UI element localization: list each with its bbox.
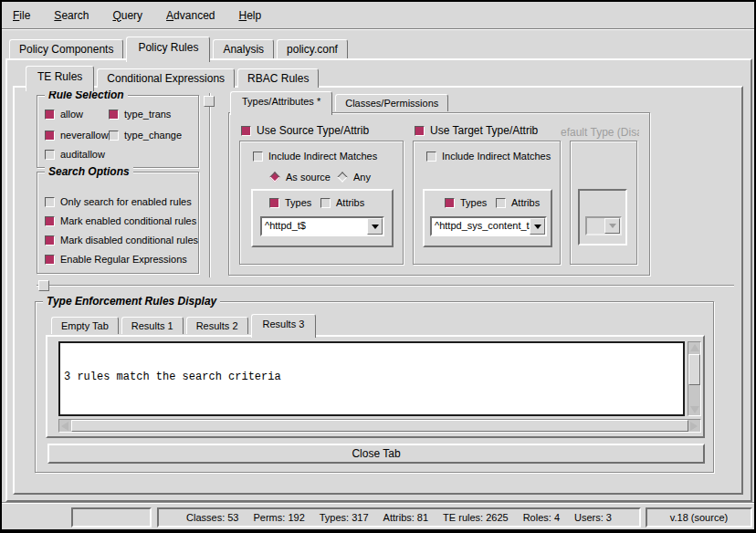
tab-results-1[interactable]: Results 1	[121, 317, 184, 334]
menu-bar: File Search Query Advanced Help	[2, 2, 754, 29]
checkbox-label: Types	[460, 197, 487, 208]
results-text-area[interactable]: 3 rules match the search criteria (5822)…	[58, 341, 685, 416]
rule-selection-group: Rule Selection allow type_trans neverall…	[37, 95, 199, 168]
checkbox-mark-disabled[interactable]: Mark disabled conditional rules	[45, 235, 198, 246]
radio-as-source[interactable]: As source	[269, 172, 331, 183]
radio-indicator	[269, 172, 279, 182]
types-attrs-tab-bar: Types/Attributes * Classes/Permissions	[230, 91, 451, 115]
menu-query[interactable]: Query	[112, 9, 142, 22]
scrollbar-trough[interactable]	[688, 385, 700, 403]
horizontal-sash[interactable]	[37, 285, 734, 287]
checkbox-enabled-rules-only[interactable]: Only search for enabled rules	[45, 196, 192, 207]
checkbox-label: type_trans	[124, 109, 171, 120]
tab-types-attributes[interactable]: Types/Attributes *	[230, 91, 332, 115]
scroll-left-button[interactable]	[59, 420, 71, 432]
status-users: Users: 3	[574, 512, 612, 523]
tab-empty-tab[interactable]: Empty Tab	[51, 317, 119, 334]
checkbox-regex[interactable]: Enable Regular Expressions	[45, 254, 187, 265]
checkbox-use-source[interactable]: Use Source Type/Attrib	[241, 124, 369, 137]
checkbox-label: neverallow	[60, 130, 109, 141]
checkbox-mark-enabled[interactable]: Mark enabled conditional rules	[45, 215, 196, 226]
checkbox-indicator	[241, 126, 251, 136]
target-type-combobox-value[interactable]: ^httpd_sys_content_t$	[432, 218, 530, 235]
radio-indicator	[337, 172, 347, 182]
checkbox-allow[interactable]: allow	[45, 109, 83, 120]
radio-any[interactable]: Any	[337, 172, 371, 183]
target-types-frame: Types Attribs ^httpd_sys_content_t$	[423, 189, 552, 247]
target-frame: Include Indirect Matches Types Attribs ^…	[413, 141, 561, 265]
checkbox-use-target[interactable]: Use Target Type/Attrib	[415, 124, 538, 137]
checkbox-indicator	[445, 198, 455, 208]
checkbox-label: auditallow	[60, 149, 105, 160]
menu-help[interactable]: Help	[238, 9, 261, 22]
checkbox-type-trans[interactable]: type_trans	[109, 109, 171, 120]
checkbox-indicator	[45, 150, 55, 160]
scroll-up-button[interactable]	[688, 342, 700, 354]
chevron-down-icon	[609, 224, 616, 228]
checkbox-label: Only search for enabled rules	[60, 196, 192, 207]
tab-policy-components[interactable]: Policy Components	[9, 39, 123, 58]
search-options-title: Search Options	[45, 165, 133, 178]
source-type-combobox-value[interactable]: ^httpd_t$	[262, 218, 367, 235]
arrow-left-icon	[61, 422, 68, 431]
horizontal-sash-handle[interactable]	[38, 280, 49, 291]
target-type-combobox[interactable]: ^httpd_sys_content_t$	[430, 216, 547, 236]
checkbox-source-attribs[interactable]: Attribs	[320, 197, 364, 208]
menu-search[interactable]: Search	[54, 9, 89, 22]
checkbox-indicator	[109, 110, 119, 120]
checkbox-indicator	[269, 198, 279, 208]
checkbox-indicator	[253, 152, 263, 162]
vertical-sash[interactable]	[209, 93, 211, 277]
checkbox-label: allow	[60, 109, 83, 120]
status-separator	[2, 502, 754, 504]
default-type-inner-frame	[578, 189, 627, 246]
status-classes: Classes: 53	[186, 512, 238, 523]
checkbox-source-indirect[interactable]: Include Indirect Matches	[253, 151, 377, 162]
checkbox-indicator	[45, 235, 55, 246]
tab-classes-permissions[interactable]: Classes/Permissions	[335, 94, 448, 111]
tab-te-rules[interactable]: TE Rules	[26, 66, 94, 91]
checkbox-target-types[interactable]: Types	[445, 197, 487, 208]
main-tab-bar: Policy Components Policy Rules Analysis …	[9, 37, 351, 62]
results-summary: 3 rules match the search criteria	[64, 371, 679, 383]
menu-advanced[interactable]: Advanced	[166, 9, 215, 22]
tab-policy-conf[interactable]: policy.conf	[277, 39, 348, 58]
menu-file[interactable]: File	[13, 9, 30, 22]
chevron-down-icon	[372, 225, 379, 229]
checkbox-indicator	[320, 198, 331, 208]
checkbox-target-attribs[interactable]: Attribs	[496, 197, 540, 208]
checkbox-label: Mark enabled conditional rules	[60, 215, 196, 226]
checkbox-indicator	[45, 197, 55, 207]
checkbox-indicator	[45, 110, 55, 120]
scrollbar-thumb[interactable]	[71, 420, 688, 432]
tab-analysis[interactable]: Analysis	[213, 39, 274, 58]
scroll-down-button[interactable]	[688, 403, 700, 415]
source-combobox-dropdown-button[interactable]	[367, 218, 383, 235]
status-version: v.18 (source)	[670, 512, 728, 523]
checkbox-neverallow[interactable]: neverallow	[45, 130, 109, 141]
checkbox-target-indirect[interactable]: Include Indirect Matches	[426, 151, 551, 162]
results-vertical-scrollbar[interactable]	[688, 341, 701, 416]
tab-results-3[interactable]: Results 3	[251, 314, 317, 338]
status-types: Types: 317	[320, 512, 369, 523]
checkbox-label: Use Source Type/Attrib	[257, 124, 369, 137]
scroll-right-button[interactable]	[688, 420, 700, 432]
checkbox-type-change[interactable]: type_change	[109, 130, 182, 141]
source-type-combobox[interactable]: ^httpd_t$	[260, 216, 384, 236]
radio-label: As source	[286, 172, 331, 183]
scrollbar-thumb[interactable]	[688, 354, 700, 385]
arrow-up-icon	[690, 344, 699, 351]
tab-policy-rules[interactable]: Policy Rules	[126, 37, 210, 62]
tab-results-2[interactable]: Results 2	[186, 317, 248, 334]
chevron-down-button[interactable]	[530, 218, 545, 235]
close-tab-button[interactable]: Close Tab	[47, 444, 705, 464]
arrow-right-icon	[690, 422, 698, 431]
tab-rbac-rules[interactable]: RBAC Rules	[237, 68, 319, 88]
apol-window: File Search Query Advanced Help Policy C…	[0, 0, 756, 533]
results-horizontal-scrollbar[interactable]	[58, 419, 701, 433]
results-page: 3 rules match the search criteria (5822)…	[46, 335, 705, 438]
vertical-sash-handle[interactable]	[204, 96, 215, 107]
tab-conditional-expressions[interactable]: Conditional Expressions	[97, 68, 235, 88]
checkbox-source-types[interactable]: Types	[269, 197, 311, 208]
checkbox-auditallow[interactable]: auditallow	[45, 149, 105, 160]
